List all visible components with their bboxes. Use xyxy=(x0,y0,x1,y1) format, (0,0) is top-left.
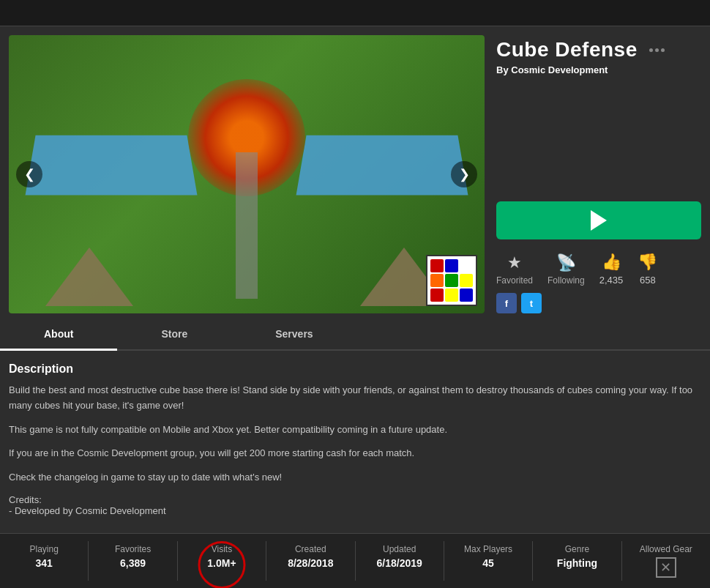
credits-title: Credits: xyxy=(9,494,701,505)
antenna-icon: 📡 xyxy=(556,253,576,272)
platform-left xyxy=(26,135,198,196)
tabs-bar: About Store Servers xyxy=(0,319,710,351)
desc-para-4: Check the changelog in game to stay up t… xyxy=(9,470,701,485)
stat-genre-value: Fighting xyxy=(557,557,597,569)
stat-favorites-label: Favorites xyxy=(115,544,151,554)
stat-visits: Visits 1.0M+ xyxy=(178,541,266,581)
chevron-left-icon: ❮ xyxy=(24,166,35,182)
desc-para-2: This game is not fully compatible on Mob… xyxy=(9,423,701,438)
tab-servers[interactable]: Servers xyxy=(231,319,356,351)
stat-visits-label: Visits xyxy=(212,544,232,554)
carousel-prev-button[interactable]: ❮ xyxy=(16,161,42,187)
credits-line: - Developed by Cosmic Development xyxy=(9,505,701,516)
game-screenshot xyxy=(9,35,485,313)
play-icon xyxy=(591,210,607,231)
thumbdown-icon: 👎 xyxy=(638,253,657,272)
action-row: ★ Favorited 📡 Following 👍 2,435 👎 658 xyxy=(496,248,701,290)
road xyxy=(236,152,258,299)
platform-right xyxy=(296,135,468,196)
facebook-icon: f xyxy=(505,298,508,309)
visits-wrapper: 1.0M+ xyxy=(207,557,236,569)
description-title: Description xyxy=(9,362,701,376)
carousel-next-button[interactable]: ❯ xyxy=(451,161,477,187)
dislike-button[interactable]: 👎 658 xyxy=(638,253,657,286)
like-button[interactable]: 👍 2,435 xyxy=(599,253,624,286)
stat-maxplayers: Max Players 45 xyxy=(444,541,533,581)
following-label: Following xyxy=(548,275,585,286)
stat-allowedgear-label: Allowed Gear xyxy=(640,544,692,554)
stats-bar: Playing 341 Favorites 6,389 Visits 1.0M+… xyxy=(0,533,710,588)
facebook-button[interactable]: f xyxy=(496,293,517,313)
stat-playing-label: Playing xyxy=(30,544,59,554)
content-area: Description Build the best and most dest… xyxy=(0,351,710,528)
stat-visits-value: 1.0M+ xyxy=(207,557,236,569)
stat-created-label: Created xyxy=(295,544,326,554)
credits: Credits: - Developed by Cosmic Developme… xyxy=(9,494,701,516)
likes-count: 2,435 xyxy=(599,275,624,286)
chevron-right-icon: ❯ xyxy=(459,166,470,182)
tab-store[interactable]: Store xyxy=(117,319,231,351)
dislikes-count: 658 xyxy=(640,275,656,286)
game-title: Cube Defense xyxy=(496,38,638,62)
options-dots[interactable] xyxy=(649,48,665,52)
game-carousel: ❮ ❯ xyxy=(9,35,485,313)
play-button[interactable] xyxy=(496,201,701,239)
rubiks-cube xyxy=(426,255,477,306)
following-button[interactable]: 📡 Following xyxy=(548,253,585,286)
stat-favorites-value: 6,389 xyxy=(120,557,146,569)
developer-line: By Cosmic Development xyxy=(496,64,701,75)
twitter-button[interactable]: t xyxy=(521,293,542,313)
tab-about[interactable]: About xyxy=(0,319,117,351)
description-text: Build the best and most destructive cube… xyxy=(9,383,701,485)
stat-updated-value: 6/18/2019 xyxy=(377,557,422,569)
social-row: f t xyxy=(496,293,701,313)
desc-para-1: Build the best and most destructive cube… xyxy=(9,383,701,414)
gear-icon: ✕ xyxy=(656,557,676,578)
stat-updated-label: Updated xyxy=(383,544,416,554)
twitter-icon: t xyxy=(530,298,533,309)
favorite-button[interactable]: ★ Favorited xyxy=(496,253,533,286)
top-section: ❮ ❯ Cube Defense By Cosmic Development ★… xyxy=(0,26,710,313)
stat-created-value: 8/28/2018 xyxy=(288,557,333,569)
top-bar xyxy=(0,0,710,26)
stat-created: Created 8/28/2018 xyxy=(266,541,355,581)
right-panel: Cube Defense By Cosmic Development ★ Fav… xyxy=(496,35,701,313)
stat-allowedgear: Allowed Gear ✕ xyxy=(622,541,710,581)
star-icon: ★ xyxy=(507,253,522,272)
stat-favorites: Favorites 6,389 xyxy=(89,541,177,581)
stat-genre: Genre Fighting xyxy=(533,541,621,581)
favorited-label: Favorited xyxy=(496,275,533,286)
stat-maxplayers-value: 45 xyxy=(482,557,494,569)
stat-genre-label: Genre xyxy=(565,544,589,554)
pyramid-left xyxy=(45,248,133,306)
stat-playing-value: 341 xyxy=(36,557,53,569)
thumbup-icon: 👍 xyxy=(602,253,621,272)
stat-playing: Playing 341 xyxy=(0,541,89,581)
desc-para-3: If you are in the Cosmic Development gro… xyxy=(9,446,701,461)
stat-maxplayers-label: Max Players xyxy=(464,544,512,554)
stat-updated: Updated 6/18/2019 xyxy=(356,541,444,581)
